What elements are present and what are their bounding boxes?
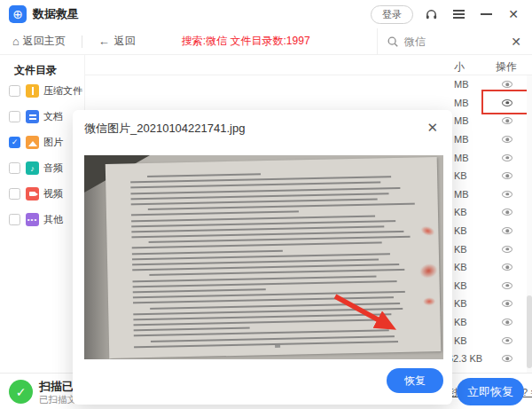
preview-eye-icon[interactable] (500, 298, 514, 309)
app-logo-icon: ⊕ (9, 5, 27, 23)
sidebar-item-doc[interactable]: 文档 (0, 104, 84, 130)
preview-eye-icon[interactable] (500, 262, 514, 272)
sidebar-item-zip[interactable]: 压缩文件 (0, 78, 84, 104)
file-size: MB (454, 189, 469, 200)
back-label: 返回 (114, 34, 136, 49)
preview-modal: 微信图片_20210104221741.jpg ✕ 恢复 (73, 110, 452, 405)
file-size: KB (454, 170, 467, 181)
toolbar: ⌂ 返回主页 ← 返回 搜索:微信 文件目录数:1997 微信 ✕ (0, 28, 532, 55)
search-input[interactable]: 微信 (404, 35, 509, 50)
file-size: KB (454, 280, 467, 291)
sidebar-item-video[interactable]: 视频 (0, 181, 84, 207)
back-home-button[interactable]: ⌂ 返回主页 (12, 34, 66, 49)
sidebar-item-label: 其他 (43, 213, 63, 226)
checkbox[interactable] (9, 214, 20, 225)
preview-eye-icon[interactable] (500, 170, 514, 181)
table-scrollbar[interactable] (527, 75, 532, 373)
checkbox[interactable] (9, 111, 20, 122)
sidebar-item-audio[interactable]: ♪音频 (0, 155, 84, 181)
preview-eye-icon[interactable] (500, 335, 514, 346)
preview-eye-icon[interactable] (500, 317, 514, 327)
document-paper (106, 157, 442, 358)
sidebar-item-label: 压缩文件 (43, 84, 82, 98)
checkbox[interactable] (9, 85, 20, 97)
file-size: MB (454, 98, 469, 108)
login-button[interactable]: 登录 (371, 5, 413, 24)
preview-eye-icon[interactable] (500, 225, 514, 236)
sidebar-item-label: 文档 (43, 110, 63, 123)
sidebar-item-image[interactable]: ✓图片 (0, 130, 84, 155)
recover-button[interactable]: 恢复 (387, 368, 443, 393)
preview-eye-icon[interactable] (500, 189, 514, 200)
file-type-list: 压缩文件文档✓图片♪音频视频•••其他 (0, 78, 84, 232)
table-header: 小 操作 (85, 55, 532, 75)
image-icon (26, 136, 39, 149)
back-button[interactable]: ← 返回 (98, 34, 136, 49)
red-seal-mark (423, 297, 435, 305)
search-clear-icon[interactable]: ✕ (509, 35, 523, 49)
red-seal-mark (419, 262, 440, 280)
file-size: KB (454, 225, 467, 236)
file-size: KB (454, 298, 467, 309)
preview-eye-icon[interactable] (500, 280, 514, 291)
preview-eye-icon[interactable] (500, 207, 514, 217)
video-icon (26, 187, 39, 201)
minimize-icon[interactable] (476, 4, 496, 24)
file-size: KB (454, 262, 467, 272)
app-window: ⊕ 数据救星 登录 ✕ ⌂ 返回主页 ← 返回 搜索:微信 文件目录数:1997… (0, 0, 532, 409)
checkbox[interactable] (9, 162, 20, 174)
action-column-header: 操作 (496, 59, 517, 75)
menu-icon[interactable] (449, 4, 468, 24)
preview-eye-icon[interactable] (500, 244, 514, 255)
back-arrow-icon: ← (98, 35, 110, 48)
red-seal-mark (419, 224, 435, 238)
page-number-mark (275, 345, 280, 348)
preview-image (84, 155, 443, 359)
sidebar-item-label: 图片 (43, 136, 63, 149)
toolbar-divider (82, 35, 82, 48)
sidebar-item-more[interactable]: •••其他 (0, 207, 84, 232)
content: 文件目录 压缩文件文档✓图片♪音频视频•••其他 小 操作 MBMBMBMBMB… (0, 55, 532, 373)
zip-icon (26, 84, 39, 98)
file-size: KB (454, 335, 467, 346)
table-row[interactable]: MB (85, 75, 532, 94)
file-size: MB (454, 134, 469, 145)
preview-eye-icon[interactable] (500, 98, 514, 108)
preview-eye-icon[interactable] (500, 153, 514, 163)
more-icon: ••• (26, 213, 39, 226)
audio-icon: ♪ (26, 161, 39, 175)
search-result-info: 搜索:微信 文件目录数:1997 (182, 34, 310, 49)
size-column-header: 小 (454, 59, 465, 75)
support-headset-icon[interactable] (421, 4, 441, 24)
file-size: 62.3 KB (448, 353, 482, 364)
preview-eye-icon[interactable] (500, 115, 514, 126)
file-size: KB (454, 207, 467, 217)
home-icon: ⌂ (12, 35, 20, 48)
sidebar-item-label: 视频 (43, 187, 63, 201)
back-home-label: 返回主页 (23, 34, 66, 49)
modal-close-icon[interactable]: ✕ (423, 118, 442, 138)
file-size: MB (454, 115, 469, 126)
close-window-icon[interactable]: ✕ (504, 4, 523, 24)
search-box[interactable]: 微信 ✕ (377, 28, 532, 55)
preview-eye-icon[interactable] (500, 79, 514, 90)
sidebar-item-label: 音频 (43, 161, 63, 175)
preview-filename: 微信图片_20210104221741.jpg (84, 121, 245, 137)
file-size: MB (454, 153, 469, 163)
titlebar: ⊕ 数据救星 登录 ✕ (0, 0, 532, 28)
scrollbar-thumb[interactable] (527, 295, 532, 368)
search-icon (387, 35, 399, 48)
app-title: 数据救星 (33, 6, 79, 22)
preview-eye-icon[interactable] (500, 134, 514, 145)
file-size: KB (454, 244, 467, 255)
checkbox[interactable]: ✓ (9, 137, 20, 148)
preview-eye-icon[interactable] (500, 353, 514, 364)
recover-now-button[interactable]: 立即恢复 (457, 378, 524, 405)
scan-complete-check-icon: ✓ (9, 380, 33, 404)
file-size: KB (454, 317, 467, 327)
file-size: MB (454, 79, 469, 90)
doc-icon (26, 110, 39, 123)
checkbox[interactable] (9, 188, 20, 200)
